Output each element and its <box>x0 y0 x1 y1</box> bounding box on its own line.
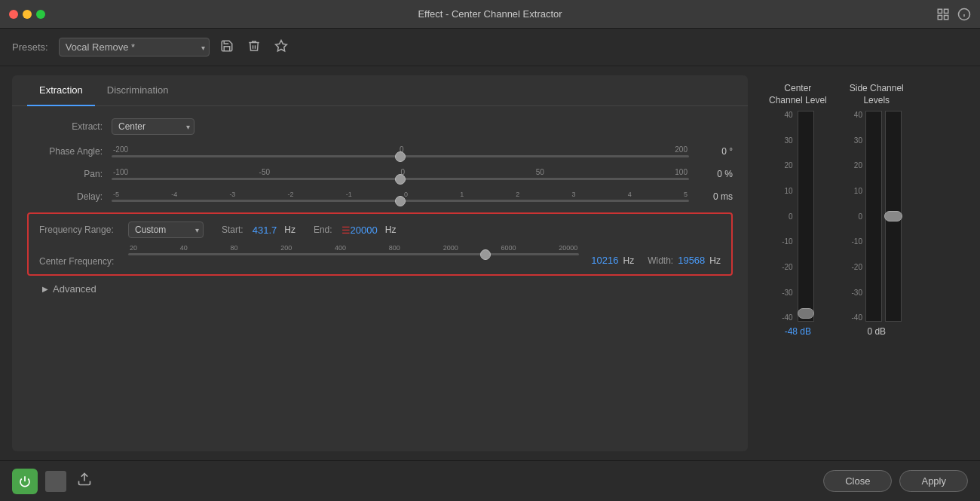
center-meter-scale: 40 30 20 10 0 -10 -20 -30 -40 <box>782 111 792 322</box>
window-title: Effect - Center Channel Extractor <box>418 8 562 20</box>
freq-range-row1: Frequency Range: Custom Start: 431.7 Hz … <box>39 221 721 238</box>
phase-angle-slider[interactable] <box>112 155 689 157</box>
delete-preset-button[interactable] <box>244 36 264 59</box>
pan-row: Pan: -100 -50 0 50 100 0 % <box>27 168 733 180</box>
titlebar-right-icons <box>936 8 971 21</box>
svg-rect-3 <box>938 15 942 19</box>
minimize-window-button[interactable] <box>23 10 32 19</box>
side-channel-title: Side Channel Levels <box>850 83 904 106</box>
phase-angle-slider-area: -200 0 200 <box>112 145 689 157</box>
delay-label: Delay: <box>27 191 103 202</box>
width-label: Width: <box>648 255 673 266</box>
center-freq-hz-unit: Hz <box>623 255 634 266</box>
presets-label: Presets: <box>12 41 48 53</box>
phase-angle-label: Phase Angle: <box>27 146 103 157</box>
center-freq-ticks: 20 40 80 200 400 800 2000 6000 20000 <box>128 244 579 252</box>
freq-range-dropdown[interactable]: Custom <box>128 221 204 238</box>
side-channel-meter: Side Channel Levels 40 30 20 10 0 -10 -2… <box>850 83 904 444</box>
tab-discrimination[interactable]: Discrimination <box>95 75 181 106</box>
svg-marker-7 <box>275 40 286 50</box>
advanced-arrow-icon: ▶ <box>42 285 48 293</box>
center-db-value: -48 dB <box>785 326 811 337</box>
center-freq-slider[interactable] <box>128 253 579 255</box>
close-window-button[interactable] <box>9 10 18 19</box>
settings-icon[interactable] <box>936 8 950 21</box>
tab-extraction[interactable]: Extraction <box>27 75 95 106</box>
side-left-bar-container <box>865 111 882 322</box>
svg-rect-2 <box>945 15 948 19</box>
phase-angle-row: Phase Angle: -200 0 200 0 ° <box>27 145 733 157</box>
delay-slider-area: -5 -4 -3 -2 -1 0 1 2 3 4 5 <box>112 191 689 202</box>
freq-end-unit: Hz <box>385 225 397 235</box>
freq-start-value: 431.7 <box>253 225 277 236</box>
delay-value: 0 ms <box>695 191 733 202</box>
center-meter-thumb[interactable] <box>798 308 814 319</box>
delay-slider[interactable] <box>112 200 689 202</box>
side-left-bar <box>865 111 882 322</box>
save-preset-button[interactable] <box>217 36 237 59</box>
side-meter-thumb[interactable] <box>884 211 902 221</box>
side-meter-scale: 40 30 20 10 0 -10 -20 -30 -40 <box>852 111 862 322</box>
pan-slider[interactable] <box>112 178 689 180</box>
freq-range-label: Frequency Range: <box>39 225 122 235</box>
left-panel: Extraction Discrimination Extract: Cente… <box>12 75 748 451</box>
advanced-section[interactable]: ▶ Advanced <box>27 276 733 302</box>
extraction-content: Extract: Center Phase Angle: -200 0 200 <box>12 106 748 314</box>
titlebar: Effect - Center Channel Extractor <box>0 0 980 29</box>
freq-start-unit: Hz <box>284 225 296 235</box>
side-db-value: 0 dB <box>867 326 886 337</box>
center-meter-body: 40 30 20 10 0 -10 -20 -30 -40 <box>782 111 813 322</box>
freq-range-row2: Center Frequency: 20 40 80 200 400 800 2… <box>39 244 721 267</box>
freq-end-label: End: <box>314 225 332 235</box>
right-panel: Center Channel Level 40 30 20 10 0 -10 -… <box>757 75 968 451</box>
tabs: Extraction Discrimination <box>12 75 748 106</box>
svg-rect-0 <box>938 9 942 13</box>
delay-row: Delay: -5 -4 -3 -2 -1 0 1 2 3 4 5 <box>27 191 733 202</box>
side-meter-body: 40 30 20 10 0 -10 -20 -30 -40 <box>852 111 902 322</box>
width-unit: Hz <box>709 255 721 266</box>
extract-label: Extract: <box>27 121 103 132</box>
freq-end-value: ☰20000 <box>341 225 378 236</box>
pan-label: Pan: <box>27 169 103 179</box>
frequency-range-box: Frequency Range: Custom Start: 431.7 Hz … <box>27 212 733 276</box>
center-channel-meter: Center Channel Level 40 30 20 10 0 -10 -… <box>769 83 827 444</box>
center-freq-values: 10216 Hz Width: 19568 Hz <box>591 244 721 266</box>
center-freq-label: Center Frequency: <box>39 244 122 267</box>
bottom-right-buttons: Close Apply <box>823 470 968 492</box>
center-meter-bar <box>798 111 814 322</box>
info-icon[interactable] <box>957 8 971 21</box>
presets-dropdown-wrap: Vocal Remove * <box>59 38 210 57</box>
presets-bar: Presets: Vocal Remove * <box>0 29 980 66</box>
side-right-bar-container <box>885 111 902 322</box>
pan-value: 0 % <box>695 169 733 179</box>
stop-button[interactable] <box>45 471 66 492</box>
center-meter-bar-container <box>798 111 814 322</box>
close-button[interactable]: Close <box>823 470 892 492</box>
phase-angle-value: 0 ° <box>695 146 733 157</box>
extract-row: Extract: Center <box>27 118 733 135</box>
extract-dropdown-wrap: Center <box>112 118 194 135</box>
svg-rect-1 <box>945 9 948 13</box>
bottom-bar: Close Apply <box>0 460 980 501</box>
center-channel-title: Center Channel Level <box>769 83 827 106</box>
maximize-window-button[interactable] <box>36 10 45 19</box>
center-freq-hz-value: 10216 <box>591 255 618 266</box>
width-value: 19568 <box>678 255 705 266</box>
freq-range-dropdown-wrap: Custom <box>128 221 204 238</box>
extract-dropdown[interactable]: Center <box>112 118 194 135</box>
power-button[interactable] <box>12 469 38 494</box>
center-freq-slider-area: 20 40 80 200 400 800 2000 6000 20000 <box>128 244 579 255</box>
pan-slider-area: -100 -50 0 50 100 <box>112 168 689 180</box>
presets-dropdown[interactable]: Vocal Remove * <box>59 38 210 57</box>
advanced-label: Advanced <box>53 283 96 295</box>
export-button[interactable] <box>74 469 95 493</box>
bottom-left-controls <box>12 469 95 494</box>
main-content: Extraction Discrimination Extract: Cente… <box>0 66 980 460</box>
freq-start-label: Start: <box>222 225 243 235</box>
traffic-lights <box>9 10 45 19</box>
favorite-preset-button[interactable] <box>271 36 291 59</box>
apply-button[interactable]: Apply <box>899 470 968 492</box>
